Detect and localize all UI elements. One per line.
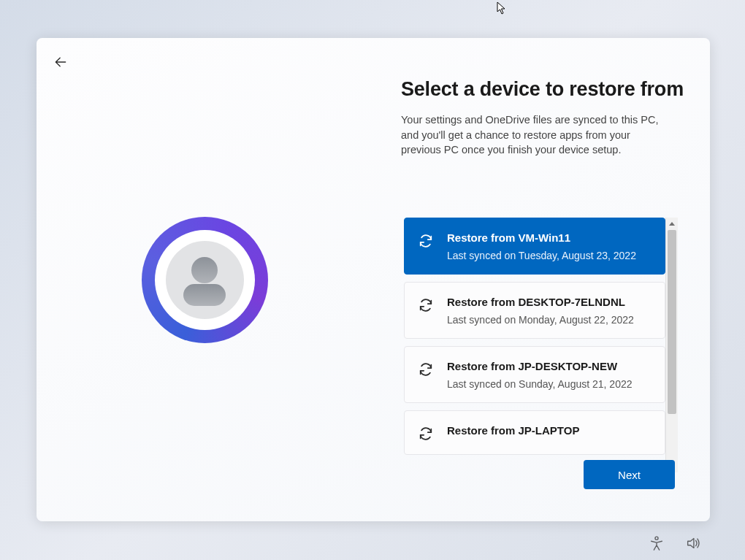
volume-icon[interactable] <box>685 535 701 551</box>
scroll-track[interactable] <box>666 230 678 460</box>
page-subtext: Your settings and OneDrive files are syn… <box>401 112 671 158</box>
avatar-head-icon <box>191 257 218 283</box>
device-item[interactable]: Restore from JP-LAPTOP <box>404 410 665 455</box>
sync-icon <box>418 233 434 249</box>
device-text: Restore from JP-DESKTOP-NEWLast synced o… <box>447 360 632 390</box>
device-title: Restore from JP-LAPTOP <box>447 424 579 437</box>
mouse-cursor <box>497 1 507 15</box>
content-pane: Select a device to restore from Your set… <box>401 78 693 183</box>
setup-card: Select a device to restore from Your set… <box>37 38 710 521</box>
scroll-thumb[interactable] <box>668 230 676 414</box>
device-text: Restore from VM-Win11Last synced on Tues… <box>447 231 636 261</box>
chevron-up-icon <box>669 222 675 226</box>
scroll-up-button[interactable] <box>666 218 678 230</box>
device-item[interactable]: Restore from DESKTOP-7ELNDNLLast synced … <box>404 282 665 339</box>
device-item[interactable]: Restore from VM-Win11Last synced on Tues… <box>404 218 665 275</box>
avatar-ring <box>142 217 268 343</box>
sync-icon <box>418 361 434 377</box>
next-button[interactable]: Next <box>584 460 675 489</box>
page-title: Select a device to restore from <box>401 78 693 101</box>
device-text: Restore from JP-LAPTOP <box>447 424 579 437</box>
device-title: Restore from DESKTOP-7ELNDNL <box>447 296 634 308</box>
avatar-bg-grey <box>166 241 244 319</box>
device-title: Restore from VM-Win11 <box>447 231 636 244</box>
device-list: Restore from VM-Win11Last synced on Tues… <box>404 218 665 472</box>
avatar-body-icon <box>183 284 226 306</box>
device-sync-info: Last synced on Sunday, August 21, 2022 <box>447 378 632 390</box>
device-sync-info: Last synced on Tuesday, August 23, 2022 <box>447 250 636 261</box>
sync-icon <box>418 297 434 313</box>
taskbar-tray <box>649 535 701 551</box>
device-title: Restore from JP-DESKTOP-NEW <box>447 360 632 372</box>
device-sync-info: Last synced on Monday, August 22, 2022 <box>447 314 634 326</box>
scrollbar[interactable] <box>665 218 678 472</box>
avatar-bg-white <box>155 230 255 330</box>
device-text: Restore from DESKTOP-7ELNDNLLast synced … <box>447 296 634 326</box>
accessibility-icon[interactable] <box>649 535 665 551</box>
svg-point-0 <box>655 537 658 540</box>
device-list-wrap: Restore from VM-Win11Last synced on Tues… <box>404 218 678 472</box>
sync-icon <box>418 426 434 442</box>
illustration-pane <box>37 38 372 521</box>
device-item[interactable]: Restore from JP-DESKTOP-NEWLast synced o… <box>404 346 665 403</box>
